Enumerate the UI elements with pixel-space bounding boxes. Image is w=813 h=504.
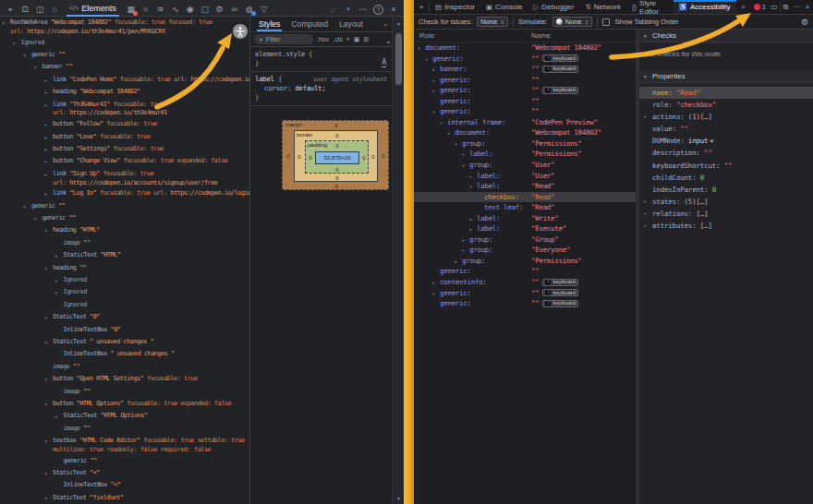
tree-node[interactable]: ▾StaticText "fieldset" [0, 494, 249, 504]
pick-element-icon[interactable]: ⌖ [414, 0, 429, 14]
wifi-icon[interactable]: ≋ [153, 2, 168, 17]
tree-node[interactable]: ▸link "Log In" focusable: true url: http… [0, 189, 249, 201]
chevron-down-icon[interactable]: ⌄ [382, 20, 388, 28]
tree-node[interactable]: ▾heading "" [0, 264, 249, 276]
column-header-name[interactable]: Name [531, 31, 551, 40]
tree-node[interactable]: ▾StaticText "0" [0, 313, 249, 325]
a11y-tree-row[interactable]: ▾internal frame:"CodePen Preview" [414, 117, 636, 128]
tree-node[interactable]: ▸heading "Webcompat 184802" [0, 88, 249, 100]
font-editor-icon[interactable]: A [382, 58, 386, 67]
new-style-rule-button[interactable]: + [346, 36, 350, 42]
tab-network[interactable]: ⇅Network [579, 0, 626, 14]
device-toolbar-icon[interactable]: ⊡ [18, 2, 32, 17]
split-console-icon[interactable]: ⧉ [781, 0, 792, 14]
a11y-tree-row[interactable]: ▾label:"Read" [414, 181, 636, 192]
collapse-arrow-icon[interactable]: ▸ [44, 170, 53, 179]
tree-node[interactable]: ▾heading "HTML" [0, 226, 249, 238]
tab-styles[interactable]: Styles [254, 18, 285, 30]
property-row-indexInParent[interactable]: indexInParent: 0 [639, 184, 813, 196]
scrollbar-thumb[interactable] [395, 33, 402, 85]
a11y-tree-row[interactable]: ▾group:"User" [414, 160, 636, 171]
style-filter-input[interactable]: ▼ Filter [254, 34, 313, 44]
tree-node[interactable]: image "" [0, 425, 249, 437]
tree-node[interactable]: image "" [0, 363, 249, 375]
a11y-tree-row[interactable]: ▾document:"Webcompat 184802" [414, 42, 636, 54]
tree-node[interactable]: InlineTextBox " unsaved changes " [0, 350, 249, 362]
box-model-padding[interactable]: padding 0 0 0 0 52.875×20 [305, 140, 369, 174]
expand-arrow-icon[interactable]: ▾ [13, 39, 21, 48]
property-row-actions[interactable]: ▸actions: (1)[…] [639, 111, 813, 123]
expand-arrow-icon[interactable]: ▾ [44, 313, 53, 322]
tree-node[interactable]: image "" [0, 239, 249, 251]
a11y-tree-row[interactable]: ▾document:"Webcompat 184802" [414, 127, 636, 138]
tree-node[interactable]: ▾RootWebArea "Webcompat 184802" focusabl… [0, 18, 249, 39]
a11y-tree-row[interactable]: ▸group:"Everyone" [414, 245, 636, 256]
tab-accessibility[interactable]: ♿Accessibility [673, 0, 736, 14]
property-row-DOMNode[interactable]: DOMNode: input⌖ [639, 135, 813, 147]
expand-arrow-icon[interactable]: ▾ [44, 338, 53, 347]
add-panel-icon[interactable]: + [341, 2, 356, 17]
expand-arrow-icon[interactable]: ▾ [44, 437, 53, 446]
scroll-up-icon[interactable]: ▴ [387, 38, 390, 44]
column-header-role[interactable]: Role [419, 31, 434, 40]
node-picker-icon[interactable]: ⌖ [710, 138, 713, 145]
expand-arrow-icon[interactable]: ▾ [44, 400, 53, 409]
filter-panel-icon[interactable]: ▽ [257, 2, 272, 17]
expand-arrow-icon[interactable]: ▾ [44, 264, 53, 273]
toggle-hov[interactable]: :hov [317, 36, 329, 42]
tree-node[interactable]: ▾StaticText "<" [0, 469, 249, 481]
tree-node[interactable]: image "" [0, 388, 249, 400]
tab-layout[interactable]: Layout [334, 18, 368, 30]
network-conditions-icon[interactable]: ⌗ [139, 2, 153, 17]
property-row-states[interactable]: ▸states: (5)[…] [639, 196, 813, 208]
tree-node[interactable]: ▾generic "" [0, 202, 249, 214]
gear-icon[interactable]: ⚙ [801, 18, 808, 27]
toggle-cls[interactable]: .cls [333, 36, 343, 42]
a11y-tree-row[interactable]: ▾group:"Permissions" [414, 138, 636, 150]
rule-label[interactable]: user agent stylesheet label { cursor: de… [250, 72, 392, 106]
tree-node[interactable]: ▾StaticText " unsaved changes " [0, 338, 249, 350]
computed-panel-icon[interactable]: ⊞ [363, 36, 369, 43]
a11y-tree-row[interactable]: ▸label:"Execute" [414, 223, 636, 234]
expand-arrow-icon[interactable]: ▾ [44, 375, 53, 384]
tab-style-editor[interactable]: {}Style Editor [626, 0, 673, 14]
box-model-border[interactable]: border 0 0 0 0 padding 0 0 0 0 [294, 130, 378, 182]
keyboard-check-badge[interactable]: ikeyboard [542, 87, 578, 94]
a11y-tree-row[interactable]: ▸group:"Group" [414, 234, 636, 246]
more-tabs-icon[interactable]: » [736, 0, 751, 14]
a11y-tree-row[interactable]: ▸label:"User" [414, 171, 636, 182]
devtools-settings-icon[interactable]: ⚙ [212, 2, 227, 17]
collapse-arrow-icon[interactable]: ▸ [55, 276, 64, 285]
expand-arrow-icon[interactable]: ▾ [34, 63, 42, 72]
collapse-arrow-icon[interactable]: ▸ [44, 189, 53, 198]
a11y-tree-row[interactable]: ▸label:"Permissions" [414, 149, 636, 160]
tab-computed[interactable]: Computed [286, 18, 333, 30]
a11y-tree-row[interactable]: ▸generic:""ikeyboard [414, 85, 636, 96]
tree-node[interactable]: ▾textbox "HTML Code Editor" focusable: t… [0, 437, 249, 457]
collapse-arrow-icon[interactable]: ▸ [44, 120, 53, 129]
property-row-relations[interactable]: ▸relations: […] [639, 208, 813, 220]
collapse-arrow-icon[interactable]: ▸ [44, 88, 53, 97]
tree-node[interactable]: ▸button "Settings" focusable: true [0, 145, 249, 157]
tree-node[interactable]: ▸button "Love" focusable: true [0, 133, 249, 145]
accessibility-person-icon[interactable] [233, 24, 248, 39]
a11y-tree-row[interactable]: ▸contentinfo:""ikeyboard [414, 277, 636, 288]
dock-side-icon[interactable]: ◫ [32, 2, 47, 17]
tree-node[interactable]: ▸button "Change View" focusable: true ex… [0, 157, 249, 169]
collapse-arrow-icon[interactable]: ▸ [44, 133, 53, 142]
a11y-tree-row[interactable]: ▾generic:"" [414, 106, 636, 117]
insights-icon[interactable]: ◍ [242, 2, 257, 17]
keyboard-check-badge[interactable]: ikeyboard [542, 54, 578, 62]
tree-node[interactable]: ▾button "HTML Options" focusable: true e… [0, 400, 249, 412]
box-model-margin[interactable]: margin 0 0 0 0 border 0 0 0 0 padding [282, 120, 389, 190]
expand-arrow-icon[interactable]: ▾ [44, 469, 53, 478]
edge-tree-scrollbar[interactable]: ▴ ▾ [392, 17, 404, 504]
property-row-description[interactable]: description: "" [639, 147, 813, 159]
application-icon[interactable]: ▢ [198, 2, 212, 17]
performance-icon[interactable]: ◉ [183, 2, 198, 17]
inspect-icon[interactable]: ⌖ [3, 2, 18, 17]
tree-node[interactable]: InlineTextBox "0" [0, 326, 249, 338]
error-count-badge[interactable]: 1 [751, 0, 769, 14]
property-row-value[interactable]: value: "" [639, 123, 813, 135]
keyboard-check-badge[interactable]: ikeyboard [542, 300, 578, 307]
